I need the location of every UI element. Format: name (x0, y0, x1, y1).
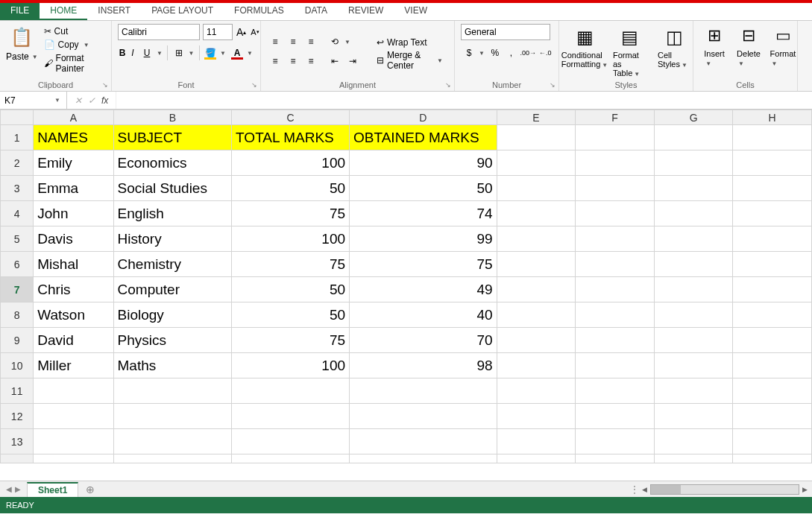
cell-E14[interactable] (497, 454, 576, 463)
cell-B13[interactable] (113, 429, 232, 454)
cell-H12[interactable] (733, 404, 812, 429)
grow-font-button[interactable]: A▴ (236, 24, 247, 40)
orientation-button[interactable]: ⟲ (327, 34, 343, 50)
cell-E11[interactable] (497, 378, 576, 404)
row-header-12[interactable]: 12 (1, 404, 34, 429)
cell-F13[interactable] (576, 429, 655, 454)
cell-D13[interactable] (350, 429, 497, 454)
cell-H10[interactable] (733, 353, 812, 378)
font-size-select[interactable] (203, 24, 233, 40)
cell-B10[interactable]: Maths (113, 353, 232, 378)
align-bottom-button[interactable]: ≡ (303, 34, 319, 50)
cell-B1[interactable]: SUBJECT (113, 125, 232, 150)
cell-E4[interactable] (497, 201, 576, 226)
align-right-button[interactable]: ≡ (303, 53, 319, 69)
cell-C11[interactable] (232, 378, 350, 404)
cell-C10[interactable]: 100 (232, 353, 350, 378)
font-name-select[interactable] (118, 24, 200, 40)
cell-E2[interactable] (497, 150, 576, 176)
row-header-10[interactable]: 10 (1, 353, 34, 378)
cell-D2[interactable]: 90 (350, 150, 497, 176)
cell-G8[interactable] (654, 302, 733, 328)
cell-H13[interactable] (733, 429, 812, 454)
increase-indent-button[interactable]: ⇥ (344, 53, 361, 69)
shrink-font-button[interactable]: A▾ (250, 24, 259, 40)
row-header-5[interactable]: 5 (1, 226, 34, 252)
cell-E12[interactable] (497, 404, 576, 429)
sheet-tab-1[interactable]: Sheet1 (27, 482, 78, 497)
hscroll-right[interactable]: ▶ (802, 486, 808, 493)
align-middle-button[interactable]: ≡ (285, 34, 301, 50)
cell-H9[interactable] (733, 328, 812, 353)
cell-D12[interactable] (350, 404, 497, 429)
cell-F12[interactable] (576, 404, 655, 429)
cell-G9[interactable] (654, 328, 733, 353)
cell-E9[interactable] (497, 328, 576, 353)
tab-nav-next[interactable]: ▶ (15, 485, 21, 493)
cell-D1[interactable]: OBTAINED MARKS (350, 125, 497, 150)
cell-A6[interactable]: Mishal (34, 252, 113, 277)
cell-F1[interactable] (576, 125, 655, 150)
clipboard-dialog-launcher[interactable]: ↘ (101, 80, 110, 89)
cell-C4[interactable]: 75 (232, 201, 350, 226)
cell-H8[interactable] (733, 302, 812, 328)
cell-B6[interactable]: Chemistry (113, 252, 232, 277)
row-header-6[interactable]: 6 (1, 252, 34, 277)
cell-G14[interactable] (654, 454, 733, 463)
enter-formula-icon[interactable]: ✓ (88, 95, 95, 106)
cell-F3[interactable] (576, 176, 655, 201)
add-sheet-button[interactable]: ⊕ (86, 484, 95, 495)
row-header-9[interactable]: 9 (1, 328, 34, 353)
cell-A7[interactable]: Chris (34, 277, 113, 302)
cell-A9[interactable]: David (34, 328, 113, 353)
cell-F14[interactable] (576, 454, 655, 463)
cell-C1[interactable]: TOTAL MARKS (232, 125, 350, 150)
name-box-dropdown[interactable]: ▼ (52, 97, 63, 104)
cell-E5[interactable] (497, 226, 576, 252)
name-box-input[interactable] (0, 95, 52, 106)
cell-G7[interactable] (654, 277, 733, 302)
cell-G1[interactable] (654, 125, 733, 150)
conditional-formatting-button[interactable]: ▦ Conditional Formatting▼ (565, 24, 604, 79)
underline-dropdown[interactable]: ▼ (157, 50, 164, 57)
cell-A14[interactable] (34, 454, 113, 463)
spreadsheet-grid[interactable]: ABCDEFGH1NAMESSUBJECTTOTAL MARKSOBTAINED… (0, 110, 812, 463)
cell-E6[interactable] (497, 252, 576, 277)
cell-F11[interactable] (576, 378, 655, 404)
cell-G10[interactable] (654, 353, 733, 378)
format-cells-button[interactable]: ▭ Format▼ (768, 24, 798, 67)
cell-G2[interactable] (654, 150, 733, 176)
tab-formulas[interactable]: FORMULAS (224, 3, 295, 20)
cell-B14[interactable] (113, 454, 232, 463)
cell-B9[interactable]: Physics (113, 328, 232, 353)
cell-C6[interactable]: 75 (232, 252, 350, 277)
cell-E8[interactable] (497, 302, 576, 328)
align-top-button[interactable]: ≡ (267, 34, 283, 50)
fill-color-dropdown[interactable]: ▼ (220, 50, 227, 57)
cell-E13[interactable] (497, 429, 576, 454)
cell-A2[interactable]: Emily (34, 150, 113, 176)
row-header-2[interactable]: 2 (1, 150, 34, 176)
cell-C5[interactable]: 100 (232, 226, 350, 252)
column-header-D[interactable]: D (350, 110, 497, 125)
cell-A5[interactable]: Davis (34, 226, 113, 252)
cell-H3[interactable] (733, 176, 812, 201)
cell-D7[interactable]: 49 (350, 277, 497, 302)
cell-G11[interactable] (654, 378, 733, 404)
cell-H4[interactable] (733, 201, 812, 226)
column-header-C[interactable]: C (232, 110, 350, 125)
cell-D8[interactable]: 40 (350, 302, 497, 328)
column-header-G[interactable]: G (654, 110, 733, 125)
cell-D14[interactable] (350, 454, 497, 463)
cell-B11[interactable] (113, 378, 232, 404)
tab-file[interactable]: FILE (0, 3, 40, 20)
cell-B2[interactable]: Economics (113, 150, 232, 176)
cell-B12[interactable] (113, 404, 232, 429)
row-header-4[interactable]: 4 (1, 201, 34, 226)
increase-decimal-button[interactable]: .00→ (520, 45, 536, 61)
cell-H6[interactable] (733, 252, 812, 277)
cell-B7[interactable]: Computer (113, 277, 232, 302)
accounting-format-button[interactable]: $ (461, 45, 477, 61)
cell-B3[interactable]: Social Studies (113, 176, 232, 201)
decrease-indent-button[interactable]: ⇤ (327, 53, 343, 69)
